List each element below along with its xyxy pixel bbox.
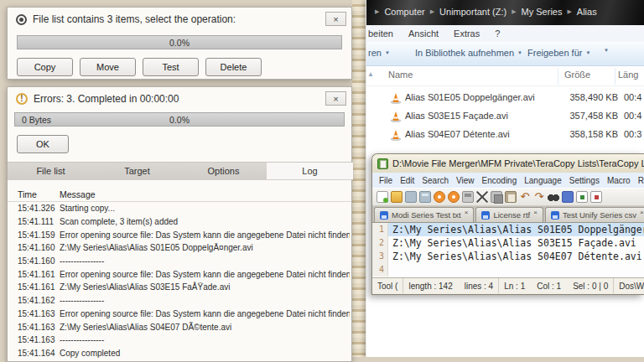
command-label: ren: [368, 48, 382, 58]
copy-icon[interactable]: [491, 191, 502, 203]
breadcrumb-drive[interactable]: Unimportant (Z:): [439, 7, 506, 17]
paste-icon[interactable]: [505, 191, 517, 203]
editor-line: 1 Z:\My Series\Alias\Alias S01E05 Doppel…: [372, 223, 644, 236]
line-text[interactable]: Z:\My Series\Alias\Alias S04E07 Détente.…: [388, 250, 644, 263]
column-header-time[interactable]: Time: [18, 189, 37, 199]
menu-search[interactable]: Search: [422, 176, 449, 185]
log-message: ----------------: [60, 296, 104, 305]
file-row[interactable]: Alias S01E05 Doppelgänger.avi 358,490 KB…: [366, 89, 644, 107]
progress-bar: 0.0%: [17, 35, 342, 49]
dropdown-icon: ▼: [517, 50, 522, 55]
menu-settings[interactable]: Settings: [569, 176, 600, 185]
undo-icon[interactable]: ↶: [519, 191, 531, 203]
menu-ansicht[interactable]: Ansicht: [408, 28, 439, 39]
menu-run[interactable]: Run: [638, 176, 644, 185]
close-file-icon[interactable]: [434, 191, 445, 203]
menu-view[interactable]: View: [456, 176, 475, 185]
dropdown-icon: ▼: [585, 50, 590, 55]
line-text[interactable]: Z:\My Series\Alias\Alias S01E05 Doppelgä…: [388, 223, 644, 236]
find-icon[interactable]: [548, 191, 559, 203]
document-tab[interactable]: License rtf ×: [475, 207, 543, 222]
command-more-button[interactable]: ▼: [604, 48, 609, 53]
log-row: 15:41.161Error opening source file: Das …: [8, 267, 350, 281]
menu-language[interactable]: Language: [524, 176, 562, 185]
teracopy-errors-dialog: ! Errors: 3. Completed in 00:00:00 × 0 B…: [7, 86, 352, 362]
column-header-name[interactable]: Name: [388, 70, 413, 80]
breadcrumb-my-series[interactable]: My Series: [522, 7, 563, 17]
column-header-message[interactable]: Message: [60, 189, 96, 199]
file-name: Alias S04E07 Détente.avi: [405, 129, 510, 139]
desktop: ▶ Computer ▶ Unimportant (Z:) ▶ My Serie…: [0, 0, 644, 362]
line-text[interactable]: [388, 263, 644, 277]
log-row: 15:41.163Z:\My Series\Alias\Alias S04E07…: [8, 320, 350, 334]
breadcrumb-arrow-icon: ▶: [512, 8, 516, 15]
status-sel: Sel : 0 | 0: [573, 282, 608, 291]
log-message: Error opening source file: Das System ka…: [60, 309, 350, 318]
tab-close-icon[interactable]: ×: [533, 209, 538, 216]
document-tab[interactable]: Modi Series Test txt ×: [374, 207, 474, 222]
print-icon[interactable]: [462, 191, 474, 203]
tab-target[interactable]: Target: [94, 163, 180, 179]
save-all-icon[interactable]: [419, 191, 431, 203]
document-tab[interactable]: Test Unify Series csv ×: [545, 207, 644, 222]
menu-bearbeiten[interactable]: beiten: [368, 28, 393, 39]
save-icon[interactable]: [405, 191, 417, 203]
notepadpp-menubar: File Edit Search View Encoding Language …: [372, 173, 644, 188]
tab-label: Modi Series Test txt: [392, 210, 461, 220]
tab-log[interactable]: Log: [267, 163, 353, 179]
menu-macro[interactable]: Macro: [607, 176, 631, 185]
log-message: Scan complete, 3 item(s) added: [60, 217, 178, 226]
text-editor[interactable]: 1 Z:\My Series\Alias\Alias S01E05 Doppel…: [372, 223, 644, 277]
file-size: 358,158 KB: [570, 129, 619, 139]
menu-encoding[interactable]: Encoding: [482, 176, 517, 185]
cut-icon[interactable]: [476, 191, 488, 203]
breadcrumb-alias[interactable]: Alias: [577, 7, 597, 17]
vlc-file-icon: [390, 111, 402, 122]
menu-help[interactable]: ?: [495, 28, 500, 39]
notepadpp-toolbar: ↶ ↷: [372, 188, 644, 206]
tab-options[interactable]: Options: [180, 163, 267, 179]
open-folder-icon[interactable]: [391, 191, 402, 203]
menu-extras[interactable]: Extras: [454, 28, 480, 39]
breadcrumb-computer[interactable]: Computer: [384, 7, 424, 17]
column-header-size[interactable]: Größe: [564, 70, 590, 80]
tab-close-icon[interactable]: ×: [640, 209, 644, 216]
file-size: 357,458 KB: [570, 111, 619, 121]
file-row[interactable]: Alias S04E07 Détente.avi 358,158 KB 00:3: [366, 126, 644, 144]
status-ln: Ln : 1: [504, 282, 525, 291]
menu-file[interactable]: File: [379, 176, 392, 185]
redo-icon[interactable]: ↷: [533, 191, 545, 203]
tab-file-list[interactable]: File list: [8, 163, 94, 179]
command-organize[interactable]: ren ▼: [368, 48, 390, 58]
zoom-in-icon[interactable]: [576, 191, 588, 203]
command-add-to-library[interactable]: In Bibliothek aufnehmen ▼: [415, 48, 522, 58]
delete-button[interactable]: Delete: [205, 58, 262, 76]
notepadpp-app-icon: [377, 158, 388, 169]
breadcrumb-arrow-icon: ▶: [375, 8, 379, 15]
ok-button[interactable]: OK: [17, 135, 69, 153]
close-button[interactable]: ×: [325, 91, 346, 106]
close-button[interactable]: ×: [325, 12, 346, 26]
zoom-out-icon[interactable]: [590, 191, 602, 203]
command-share-with[interactable]: Freigeben für ▼: [527, 48, 590, 58]
close-all-icon[interactable]: [448, 191, 460, 203]
breadcrumb-arrow-icon: ▶: [567, 8, 571, 15]
column-header-length[interactable]: Läng: [618, 70, 638, 80]
progress-percent: 0.0%: [18, 38, 341, 48]
log-time: 15:41.111: [18, 217, 56, 226]
tab-close-icon[interactable]: ×: [465, 209, 469, 216]
replace-icon[interactable]: [562, 191, 574, 203]
log-row: 15:41.163----------------: [8, 334, 350, 347]
test-button[interactable]: Test: [143, 58, 199, 76]
move-button[interactable]: Move: [80, 58, 136, 76]
log-list[interactable]: 15:41.326Starting copy... 15:41.111Scan …: [8, 202, 350, 361]
line-text[interactable]: Z:\My Series\Alias\Alias S03E15 Façade.a…: [388, 236, 644, 250]
file-row[interactable]: Alias S03E15 Façade.avi 357,458 KB 00:4: [366, 107, 644, 126]
copy-button[interactable]: Copy: [17, 58, 73, 76]
warning-icon: !: [16, 93, 28, 105]
log-message: Error opening source file: Das System ka…: [60, 230, 350, 240]
log-column-headers: Time Message: [8, 189, 351, 202]
notepadpp-titlebar[interactable]: D:\Movie File Merger\MFM Private\TeraCop…: [372, 154, 644, 173]
menu-edit[interactable]: Edit: [400, 176, 414, 185]
new-file-icon[interactable]: [377, 191, 388, 203]
